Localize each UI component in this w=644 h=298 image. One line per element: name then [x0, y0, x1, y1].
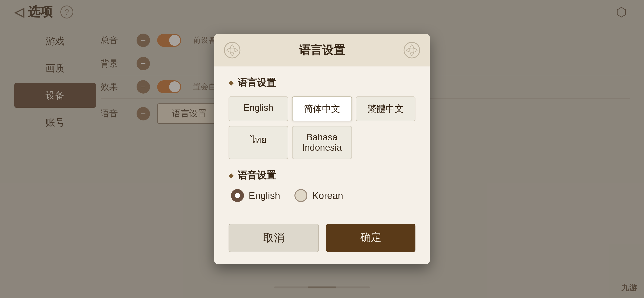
- cancel-button[interactable]: 取消: [228, 224, 319, 252]
- lang-diamond-icon: ◆: [228, 79, 234, 87]
- lang-option-bahasa[interactable]: Bahasa Indonesia: [292, 126, 352, 159]
- voice-label-english: English: [249, 190, 280, 201]
- modal-header: 语言设置: [214, 34, 430, 66]
- language-settings-modal: 语言设置 ◆ 语言设置 English 简体中文 繁體中文: [214, 34, 430, 264]
- modal-deco-right-icon: [404, 42, 420, 59]
- modal-footer: 取消 确定: [214, 221, 430, 264]
- voice-label-korean: Korean: [312, 190, 343, 201]
- modal-body: ◆ 语言设置 English 简体中文 繁體中文 ไทย Bahasa Indo…: [214, 66, 430, 221]
- voice-radio-english[interactable]: [231, 189, 244, 202]
- modal-overlay: 语言设置 ◆ 语言设置 English 简体中文 繁體中文: [0, 0, 644, 298]
- lang-grid-row1: English 简体中文 繁體中文: [228, 96, 416, 121]
- lang-grid-row2: ไทย Bahasa Indonesia: [228, 126, 416, 159]
- voice-radio-korean[interactable]: [294, 189, 308, 202]
- voice-section-header: ◆ 语音设置: [228, 169, 416, 182]
- voice-section-title: 语音设置: [238, 169, 276, 182]
- lang-option-thai[interactable]: ไทย: [228, 126, 288, 159]
- lang-option-english[interactable]: English: [228, 96, 288, 121]
- confirm-button[interactable]: 确定: [326, 224, 416, 252]
- voice-section: ◆ 语音设置 English Korean: [228, 169, 416, 202]
- lang-option-traditional-chinese[interactable]: 繁體中文: [356, 96, 416, 121]
- modal-title: 语言设置: [228, 43, 416, 58]
- voice-option-korean[interactable]: Korean: [294, 189, 343, 202]
- modal-deco-left-icon: [224, 42, 240, 59]
- lang-section-header: ◆ 语言设置: [228, 76, 416, 89]
- lang-option-simplified-chinese[interactable]: 简体中文: [292, 96, 352, 121]
- voice-diamond-icon: ◆: [228, 171, 234, 179]
- lang-section-title: 语言设置: [238, 76, 276, 89]
- voice-options: English Korean: [228, 189, 416, 202]
- voice-option-english[interactable]: English: [231, 189, 280, 202]
